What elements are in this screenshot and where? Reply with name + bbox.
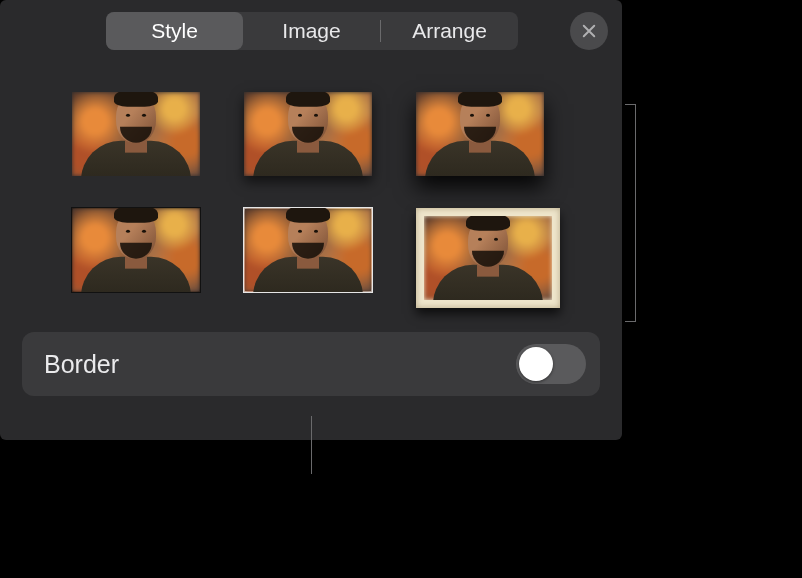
segmented-control: Style Image Arrange — [106, 12, 518, 50]
callout-line-border — [311, 416, 312, 474]
tab-style[interactable]: Style — [106, 12, 243, 50]
close-button[interactable] — [570, 12, 608, 50]
close-icon — [580, 22, 598, 40]
style-preset-frame-black[interactable] — [72, 208, 200, 292]
style-presets-grid — [0, 50, 622, 332]
border-row: Border — [22, 332, 600, 396]
style-preset-shadow-soft[interactable] — [244, 92, 372, 176]
style-preset-none[interactable] — [72, 92, 200, 176]
callout-bracket-styles — [624, 104, 636, 322]
switch-knob — [519, 347, 553, 381]
border-label: Border — [44, 350, 119, 379]
style-preset-shadow-strong[interactable] — [416, 92, 544, 176]
style-preset-photo-frame[interactable] — [416, 208, 560, 308]
tabbar: Style Image Arrange — [0, 0, 622, 50]
style-preset-frame-white[interactable] — [244, 208, 372, 292]
tab-image[interactable]: Image — [243, 12, 380, 50]
format-panel: Style Image Arrange Bor — [0, 0, 622, 440]
tab-arrange[interactable]: Arrange — [381, 12, 518, 50]
border-toggle[interactable] — [516, 344, 586, 384]
